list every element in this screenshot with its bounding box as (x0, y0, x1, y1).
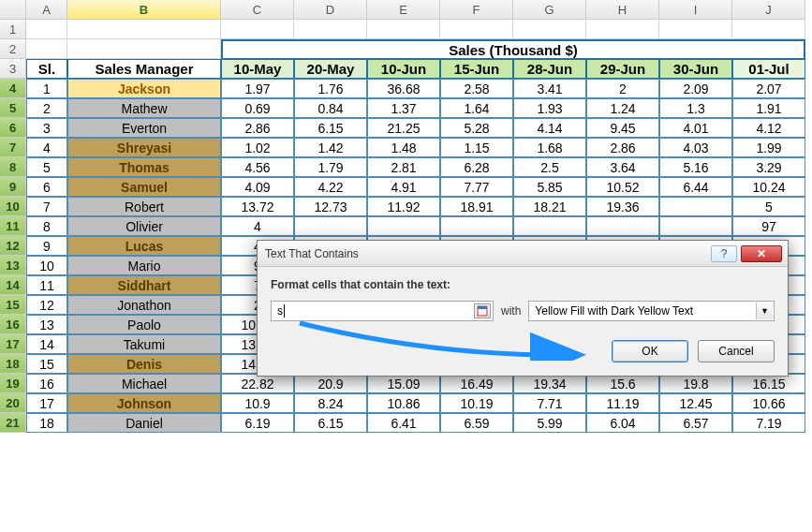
cell-value[interactable]: 5.28 (440, 118, 513, 138)
cell-value[interactable]: 4.91 (367, 177, 440, 197)
cell-value[interactable]: 1.64 (440, 98, 513, 118)
cell-value[interactable]: 0.84 (294, 98, 367, 118)
cell-value[interactable]: 1.91 (732, 98, 805, 118)
range-selector-button[interactable] (474, 303, 491, 318)
cell-value[interactable]: 3.41 (513, 79, 586, 98)
cell-sl[interactable]: 10 (26, 256, 67, 275)
row-header-6[interactable]: 6 (0, 118, 26, 138)
row-header-11[interactable]: 11 (0, 216, 26, 236)
cell-value[interactable]: 5 (732, 197, 805, 216)
cell-value[interactable] (367, 216, 440, 236)
cell-value[interactable]: 1.15 (440, 138, 513, 157)
cell-value[interactable]: 2.86 (221, 118, 294, 138)
cell-value[interactable]: 20.9 (294, 374, 367, 393)
cell-value[interactable]: 4.03 (659, 138, 732, 157)
cell-blank[interactable] (67, 20, 221, 39)
cell-blank[interactable] (440, 20, 513, 39)
cell-value[interactable]: 9.45 (586, 118, 659, 138)
cell-sl[interactable]: 17 (26, 393, 67, 413)
cell-sl[interactable]: 11 (26, 275, 67, 295)
cell-sales-manager[interactable]: Siddhart (67, 275, 221, 295)
cell-value[interactable]: 19.8 (659, 374, 732, 393)
cell-value[interactable]: 5.99 (513, 413, 586, 433)
cell-value[interactable]: 2 (586, 79, 659, 98)
cell-value[interactable]: 1.79 (294, 157, 367, 177)
cell-value[interactable]: 97 (732, 216, 805, 236)
cell-value[interactable]: 6.15 (294, 118, 367, 138)
contains-text-input[interactable]: s (271, 301, 494, 321)
row-header-20[interactable]: 20 (0, 393, 26, 413)
header-sales-manager[interactable]: Sales Manager (67, 59, 221, 79)
cell-value[interactable]: 21.25 (367, 118, 440, 138)
row-header-8[interactable]: 8 (0, 157, 26, 177)
cell-value[interactable]: 6.04 (586, 413, 659, 433)
cell-value[interactable]: 10.52 (586, 177, 659, 197)
cell-value[interactable]: 1.99 (732, 138, 805, 157)
row-header-18[interactable]: 18 (0, 354, 26, 374)
cell-value[interactable]: 4.22 (294, 177, 367, 197)
cell-value[interactable]: 6.44 (659, 177, 732, 197)
cell-sl[interactable]: 8 (26, 216, 67, 236)
cell-value[interactable]: 4 (221, 216, 294, 236)
row-header-4[interactable]: 4 (0, 79, 26, 98)
cell-value[interactable]: 3.64 (586, 157, 659, 177)
cell-sl[interactable]: 18 (26, 413, 67, 433)
cell-value[interactable]: 4.09 (221, 177, 294, 197)
cell-value[interactable]: 18.91 (440, 197, 513, 216)
cell-value[interactable]: 4.14 (513, 118, 586, 138)
cell-sales-manager[interactable]: Mathew (67, 98, 221, 118)
cell-value[interactable]: 15.6 (586, 374, 659, 393)
cell-value[interactable]: 6.41 (367, 413, 440, 433)
cell-value[interactable]: 16.15 (732, 374, 805, 393)
row-header-5[interactable]: 5 (0, 98, 26, 118)
cell-value[interactable]: 2.09 (659, 79, 732, 98)
column-header-G[interactable]: G (513, 0, 586, 20)
cell-blank[interactable] (513, 20, 586, 39)
cell-value[interactable]: 1.42 (294, 138, 367, 157)
header-date[interactable]: 30-Jun (659, 59, 732, 79)
cell-sales-manager[interactable]: Mario (67, 256, 221, 275)
cell-value[interactable]: 11.92 (367, 197, 440, 216)
cancel-button[interactable]: Cancel (698, 340, 775, 362)
cell-value[interactable]: 2.07 (732, 79, 805, 98)
header-date[interactable]: 20-May (294, 59, 367, 79)
cell-value[interactable]: 4.56 (221, 157, 294, 177)
cell-value[interactable]: 1.02 (221, 138, 294, 157)
row-header-7[interactable]: 7 (0, 138, 26, 157)
cell-value[interactable]: 1.97 (221, 79, 294, 98)
header-date[interactable]: 10-May (221, 59, 294, 79)
cell-sl[interactable]: 16 (26, 374, 67, 393)
column-header-D[interactable]: D (294, 0, 367, 20)
row-header-2[interactable]: 2 (0, 39, 26, 59)
row-header-13[interactable]: 13 (0, 256, 26, 275)
cell-blank[interactable] (26, 20, 67, 39)
cell-value[interactable]: 2.81 (367, 157, 440, 177)
cell-value[interactable]: 10.66 (732, 393, 805, 413)
cell-blank[interactable] (732, 20, 805, 39)
cell-value[interactable]: 19.34 (513, 374, 586, 393)
cell-value[interactable]: 4.01 (659, 118, 732, 138)
cell-sales-manager[interactable]: Michael (67, 374, 221, 393)
row-header-21[interactable]: 21 (0, 413, 26, 433)
cell-sales-manager[interactable]: Jackson (67, 79, 221, 98)
cell-sales-manager[interactable]: Takumi (67, 334, 221, 354)
cell-value[interactable]: 11.19 (586, 393, 659, 413)
row-header-1[interactable]: 1 (0, 20, 26, 39)
header-date[interactable]: 10-Jun (367, 59, 440, 79)
cell-value[interactable]: 1.48 (367, 138, 440, 157)
cell-value[interactable]: 10.86 (367, 393, 440, 413)
cell-value[interactable]: 10.19 (440, 393, 513, 413)
cell-blank[interactable] (26, 39, 67, 59)
cell-sl[interactable]: 5 (26, 157, 67, 177)
cell-sl[interactable]: 1 (26, 79, 67, 98)
cell-sales-manager[interactable]: Jonathon (67, 295, 221, 315)
cell-sales-manager[interactable]: Lucas (67, 236, 221, 256)
cell-value[interactable]: 3.29 (732, 157, 805, 177)
cell-value[interactable]: 6.19 (221, 413, 294, 433)
cell-value[interactable]: 5.85 (513, 177, 586, 197)
cell-value[interactable]: 1.76 (294, 79, 367, 98)
cell-value[interactable]: 22.82 (221, 374, 294, 393)
cell-value[interactable]: 6.15 (294, 413, 367, 433)
cell-value[interactable]: 7.71 (513, 393, 586, 413)
cell-blank[interactable] (294, 20, 367, 39)
